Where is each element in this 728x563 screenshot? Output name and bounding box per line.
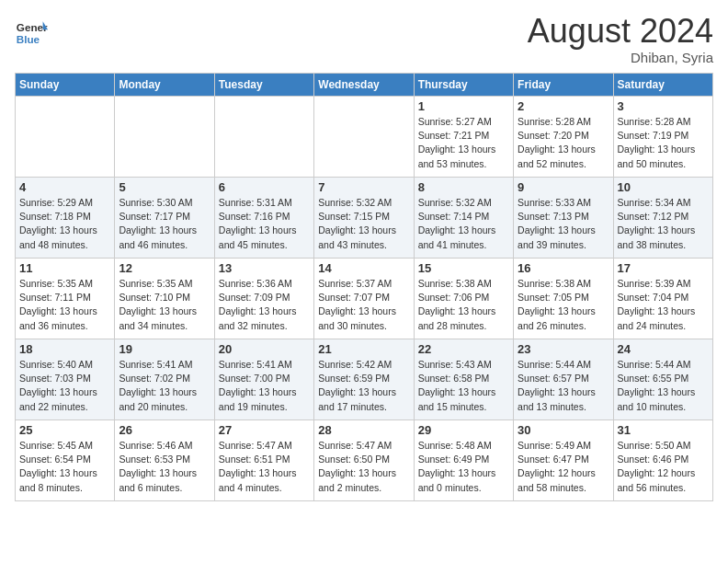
calendar-cell: 17Sunrise: 5:39 AMSunset: 7:04 PMDayligh… <box>613 259 712 339</box>
day-number: 22 <box>418 342 509 356</box>
day-info: Sunrise: 5:30 AMSunset: 7:17 PMDaylight:… <box>119 196 210 252</box>
calendar-cell: 12Sunrise: 5:35 AMSunset: 7:10 PMDayligh… <box>115 259 214 339</box>
calendar-cell: 15Sunrise: 5:38 AMSunset: 7:06 PMDayligh… <box>414 259 513 339</box>
calendar-cell: 3Sunrise: 5:28 AMSunset: 7:19 PMDaylight… <box>613 97 712 178</box>
day-number: 25 <box>19 423 110 437</box>
calendar-cell: 7Sunrise: 5:32 AMSunset: 7:15 PMDaylight… <box>314 178 414 259</box>
day-info: Sunrise: 5:40 AMSunset: 7:03 PMDaylight:… <box>19 358 110 414</box>
day-number: 5 <box>119 180 210 194</box>
logo-icon: General Blue <box>15 15 48 48</box>
weekday-header-thursday: Thursday <box>414 74 513 97</box>
weekday-header-monday: Monday <box>115 74 214 97</box>
weekday-header-row: SundayMondayTuesdayWednesdayThursdayFrid… <box>16 74 713 97</box>
day-info: Sunrise: 5:38 AMSunset: 7:06 PMDaylight:… <box>418 277 509 333</box>
calendar-cell: 30Sunrise: 5:49 AMSunset: 6:47 PMDayligh… <box>514 420 613 501</box>
calendar-cell: 21Sunrise: 5:42 AMSunset: 6:59 PMDayligh… <box>314 339 414 420</box>
calendar-cell: 6Sunrise: 5:31 AMSunset: 7:16 PMDaylight… <box>214 178 313 259</box>
day-number: 23 <box>518 342 609 356</box>
calendar-cell: 13Sunrise: 5:36 AMSunset: 7:09 PMDayligh… <box>214 259 313 339</box>
calendar-cell: 27Sunrise: 5:47 AMSunset: 6:51 PMDayligh… <box>214 420 313 501</box>
title-block: August 2024 Dhiban, Syria <box>528 15 713 65</box>
calendar-cell: 31Sunrise: 5:50 AMSunset: 6:46 PMDayligh… <box>613 420 712 501</box>
svg-text:Blue: Blue <box>17 33 40 45</box>
day-info: Sunrise: 5:29 AMSunset: 7:18 PMDaylight:… <box>19 196 110 252</box>
weekday-header-sunday: Sunday <box>16 74 115 97</box>
calendar-cell: 16Sunrise: 5:38 AMSunset: 7:05 PMDayligh… <box>514 259 613 339</box>
day-info: Sunrise: 5:28 AMSunset: 7:20 PMDaylight:… <box>518 115 609 171</box>
day-number: 6 <box>219 180 310 194</box>
calendar-cell: 20Sunrise: 5:41 AMSunset: 7:00 PMDayligh… <box>214 339 313 420</box>
day-number: 2 <box>518 99 609 113</box>
day-info: Sunrise: 5:35 AMSunset: 7:10 PMDaylight:… <box>119 277 210 333</box>
day-number: 31 <box>618 423 709 437</box>
day-number: 17 <box>618 261 709 275</box>
day-number: 15 <box>418 261 509 275</box>
day-info: Sunrise: 5:31 AMSunset: 7:16 PMDaylight:… <box>219 196 310 252</box>
day-number: 30 <box>518 423 609 437</box>
calendar-cell: 26Sunrise: 5:46 AMSunset: 6:53 PMDayligh… <box>115 420 214 501</box>
calendar-cell <box>115 97 214 178</box>
calendar-cell: 10Sunrise: 5:34 AMSunset: 7:12 PMDayligh… <box>613 178 712 259</box>
day-number: 14 <box>318 261 409 275</box>
day-number: 28 <box>318 423 409 437</box>
weekday-header-saturday: Saturday <box>613 74 712 97</box>
day-info: Sunrise: 5:47 AMSunset: 6:50 PMDaylight:… <box>318 439 409 495</box>
day-number: 3 <box>618 99 709 113</box>
calendar-cell: 24Sunrise: 5:44 AMSunset: 6:55 PMDayligh… <box>613 339 712 420</box>
calendar-week-2: 4Sunrise: 5:29 AMSunset: 7:18 PMDaylight… <box>16 178 713 259</box>
day-info: Sunrise: 5:35 AMSunset: 7:11 PMDaylight:… <box>19 277 110 333</box>
calendar-cell: 29Sunrise: 5:48 AMSunset: 6:49 PMDayligh… <box>414 420 513 501</box>
day-info: Sunrise: 5:41 AMSunset: 7:00 PMDaylight:… <box>219 358 310 414</box>
calendar-week-4: 18Sunrise: 5:40 AMSunset: 7:03 PMDayligh… <box>16 339 713 420</box>
day-number: 21 <box>318 342 409 356</box>
day-number: 11 <box>19 261 110 275</box>
calendar-cell: 22Sunrise: 5:43 AMSunset: 6:58 PMDayligh… <box>414 339 513 420</box>
day-info: Sunrise: 5:32 AMSunset: 7:15 PMDaylight:… <box>318 196 409 252</box>
day-info: Sunrise: 5:27 AMSunset: 7:21 PMDaylight:… <box>418 115 509 171</box>
day-info: Sunrise: 5:38 AMSunset: 7:05 PMDaylight:… <box>518 277 609 333</box>
calendar-cell: 9Sunrise: 5:33 AMSunset: 7:13 PMDaylight… <box>514 178 613 259</box>
day-info: Sunrise: 5:44 AMSunset: 6:55 PMDaylight:… <box>618 358 709 414</box>
day-info: Sunrise: 5:37 AMSunset: 7:07 PMDaylight:… <box>318 277 409 333</box>
day-number: 4 <box>19 180 110 194</box>
calendar-cell: 11Sunrise: 5:35 AMSunset: 7:11 PMDayligh… <box>16 259 115 339</box>
day-info: Sunrise: 5:39 AMSunset: 7:04 PMDaylight:… <box>618 277 709 333</box>
calendar-week-1: 1Sunrise: 5:27 AMSunset: 7:21 PMDaylight… <box>16 97 713 178</box>
calendar-cell: 14Sunrise: 5:37 AMSunset: 7:07 PMDayligh… <box>314 259 414 339</box>
day-number: 13 <box>219 261 310 275</box>
day-info: Sunrise: 5:43 AMSunset: 6:58 PMDaylight:… <box>418 358 509 414</box>
day-info: Sunrise: 5:33 AMSunset: 7:13 PMDaylight:… <box>518 196 609 252</box>
day-info: Sunrise: 5:47 AMSunset: 6:51 PMDaylight:… <box>219 439 310 495</box>
day-info: Sunrise: 5:32 AMSunset: 7:14 PMDaylight:… <box>418 196 509 252</box>
day-number: 20 <box>219 342 310 356</box>
calendar-cell: 23Sunrise: 5:44 AMSunset: 6:57 PMDayligh… <box>514 339 613 420</box>
day-number: 29 <box>418 423 509 437</box>
calendar-cell <box>16 97 115 178</box>
day-info: Sunrise: 5:36 AMSunset: 7:09 PMDaylight:… <box>219 277 310 333</box>
weekday-header-wednesday: Wednesday <box>314 74 414 97</box>
day-info: Sunrise: 5:46 AMSunset: 6:53 PMDaylight:… <box>119 439 210 495</box>
calendar-cell: 28Sunrise: 5:47 AMSunset: 6:50 PMDayligh… <box>314 420 414 501</box>
day-info: Sunrise: 5:45 AMSunset: 6:54 PMDaylight:… <box>19 439 110 495</box>
calendar-cell <box>214 97 313 178</box>
day-info: Sunrise: 5:49 AMSunset: 6:47 PMDaylight:… <box>518 439 609 495</box>
weekday-header-tuesday: Tuesday <box>214 74 313 97</box>
day-number: 19 <box>119 342 210 356</box>
calendar-week-3: 11Sunrise: 5:35 AMSunset: 7:11 PMDayligh… <box>16 259 713 339</box>
location: Dhiban, Syria <box>528 50 713 65</box>
month-year: August 2024 <box>528 15 713 48</box>
day-info: Sunrise: 5:28 AMSunset: 7:19 PMDaylight:… <box>618 115 709 171</box>
weekday-header-friday: Friday <box>514 74 613 97</box>
day-info: Sunrise: 5:42 AMSunset: 6:59 PMDaylight:… <box>318 358 409 414</box>
day-number: 9 <box>518 180 609 194</box>
day-number: 26 <box>119 423 210 437</box>
day-number: 8 <box>418 180 509 194</box>
calendar-cell: 5Sunrise: 5:30 AMSunset: 7:17 PMDaylight… <box>115 178 214 259</box>
calendar-cell: 25Sunrise: 5:45 AMSunset: 6:54 PMDayligh… <box>16 420 115 501</box>
day-info: Sunrise: 5:34 AMSunset: 7:12 PMDaylight:… <box>618 196 709 252</box>
day-info: Sunrise: 5:48 AMSunset: 6:49 PMDaylight:… <box>418 439 509 495</box>
calendar-cell <box>314 97 414 178</box>
day-number: 24 <box>618 342 709 356</box>
day-info: Sunrise: 5:44 AMSunset: 6:57 PMDaylight:… <box>518 358 609 414</box>
day-info: Sunrise: 5:41 AMSunset: 7:02 PMDaylight:… <box>119 358 210 414</box>
